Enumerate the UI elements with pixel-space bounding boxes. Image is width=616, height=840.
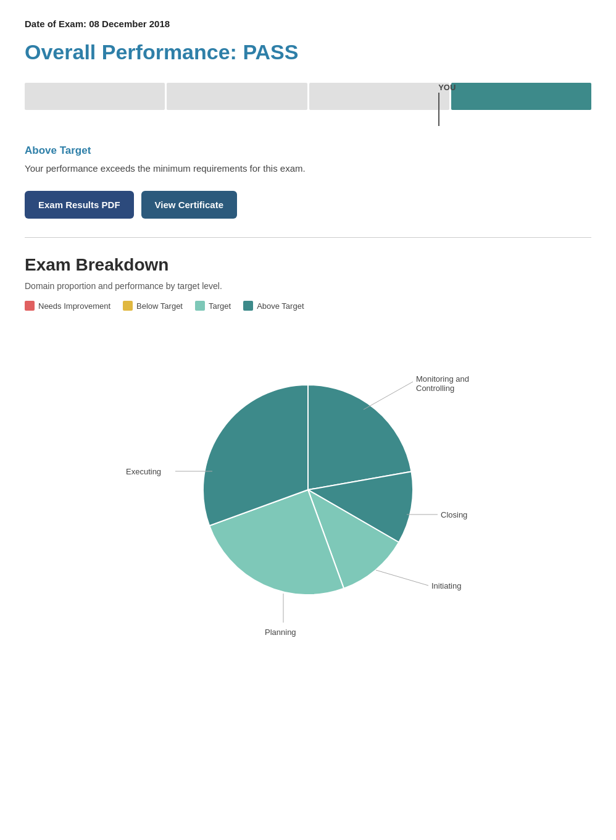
label-monitoring-2: Controlling	[416, 384, 454, 393]
legend-item-below-target: Below Target	[123, 301, 183, 311]
view-certificate-button[interactable]: View Certificate	[141, 191, 237, 219]
overall-performance-title: Overall Performance: PASS	[25, 40, 591, 64]
label-closing: Closing	[441, 510, 467, 519]
bar-segment-1	[25, 83, 165, 110]
legend-color-above-target	[243, 301, 253, 311]
exam-results-pdf-button[interactable]: Exam Results PDF	[25, 191, 134, 219]
legend-label-above-target: Above Target	[257, 301, 304, 311]
section-divider	[25, 237, 591, 238]
legend-color-target	[195, 301, 205, 311]
you-label: YOU	[438, 83, 456, 92]
legend-item-above-target: Above Target	[243, 301, 304, 311]
legend-label-below-target: Below Target	[136, 301, 183, 311]
bar-segment-3	[309, 83, 449, 110]
you-indicator	[438, 93, 439, 126]
legend-label-target: Target	[209, 301, 231, 311]
score-bar-container: YOU	[25, 83, 591, 132]
bar-segment-4	[451, 83, 591, 110]
label-initiating: Initiating	[431, 581, 461, 590]
label-monitoring: Monitoring and	[416, 374, 469, 384]
score-bar	[25, 83, 591, 110]
legend-item-needs-improvement: Needs Improvement	[25, 301, 110, 311]
legend-item-target: Target	[195, 301, 231, 311]
pie-chart-section: Monitoring and Controlling Closing Initi…	[25, 329, 591, 650]
performance-description: Your performance exceeds the minimum req…	[25, 163, 591, 174]
date-label: Date of Exam: 08 December 2018	[25, 19, 591, 29]
above-target-label: Above Target	[25, 145, 591, 157]
pass-result: PASS	[243, 40, 298, 64]
legend-label-needs-improvement: Needs Improvement	[38, 301, 110, 311]
legend: Needs Improvement Below Target Target Ab…	[25, 301, 591, 311]
breakdown-title: Exam Breakdown	[25, 255, 591, 275]
label-line-initiating	[376, 570, 428, 586]
label-executing: Executing	[126, 467, 161, 476]
legend-color-needs-improvement	[25, 301, 35, 311]
bar-segment-2	[167, 83, 307, 110]
breakdown-subtitle: Domain proportion and performance by tar…	[25, 281, 591, 291]
legend-color-below-target	[123, 301, 133, 311]
label-line-monitoring	[364, 382, 413, 410]
button-row: Exam Results PDF View Certificate	[25, 191, 591, 219]
pie-chart: Monitoring and Controlling Closing Initi…	[154, 335, 462, 644]
label-planning: Planning	[265, 628, 296, 637]
